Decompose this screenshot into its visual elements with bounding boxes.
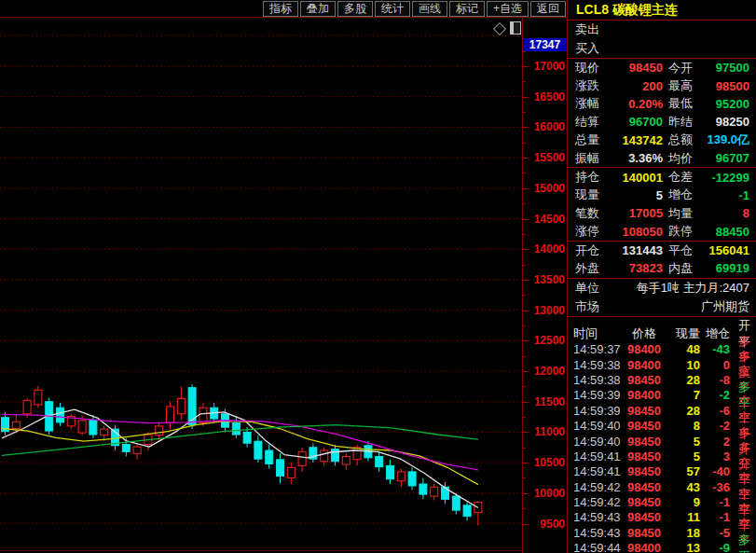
- stat-label: 涨停: [568, 223, 607, 240]
- bid-label: 买入: [568, 40, 609, 57]
- axis-major-tick: [523, 524, 529, 525]
- axis-major-tick: [523, 402, 529, 403]
- stat-value: 95200: [704, 97, 756, 111]
- tick-time: 14:59:42: [568, 480, 622, 494]
- tick-position-delta: 3: [700, 449, 730, 463]
- tick-price: 98450: [622, 449, 667, 463]
- tick-position-delta: -36: [700, 480, 730, 494]
- axis-label-13000: 13000: [526, 304, 565, 317]
- stat-label: 今开: [663, 60, 704, 76]
- kline-chart-area[interactable]: [0, 18, 522, 553]
- stat-label: 内盘: [663, 260, 704, 277]
- toolbar-button-7[interactable]: +自选: [487, 1, 529, 17]
- axis-minor-tick: [523, 356, 526, 357]
- axis-label-16000: 16000: [526, 120, 565, 133]
- toolbar-button-1[interactable]: 指标: [263, 1, 298, 17]
- tick-position-delta: -2: [700, 419, 730, 433]
- stat-value: 73823: [607, 261, 663, 275]
- info-label: 市场: [568, 298, 599, 315]
- stat-value: 156041: [704, 243, 756, 257]
- axis-major-tick: [523, 280, 529, 281]
- toolbar-button-4[interactable]: 统计: [375, 1, 410, 17]
- stat-row-振幅-均价: 振幅3.36%均价96707: [568, 149, 756, 167]
- stat-label: 持仓: [568, 169, 607, 186]
- stat-label: 涨幅: [568, 95, 607, 112]
- axis-label-17000: 17000: [526, 60, 565, 73]
- tick-time: 14:59:39: [568, 388, 622, 402]
- axis-major-tick: [523, 188, 529, 189]
- tick-list-header: 时间价格现量增仓开平: [568, 316, 756, 333]
- tick-volume: 18: [667, 526, 700, 540]
- tick-time: 14:59:42: [568, 495, 622, 509]
- stat-row-持仓-仓差: 持仓140001仓差-12299: [568, 167, 756, 186]
- axis-minor-tick: [523, 265, 526, 266]
- tick-time: 14:59:40: [568, 435, 622, 449]
- ask-row[interactable]: 卖出 98450 2: [568, 21, 756, 39]
- tick-time: 14:59:38: [568, 358, 622, 372]
- stat-label: 增仓: [663, 187, 704, 203]
- stat-label: 总额: [663, 131, 704, 148]
- toolbar-button-3[interactable]: 多股: [337, 1, 373, 17]
- tick-price: 98450: [622, 480, 667, 494]
- stat-value: 139.0亿: [704, 131, 756, 148]
- tick-position-delta: -6: [700, 404, 730, 418]
- stat-label: 均量: [663, 205, 704, 222]
- stat-label: 现量: [568, 187, 607, 203]
- tick-price: 98450: [622, 404, 667, 418]
- axis-label-14500: 14500: [526, 213, 565, 226]
- stat-value: 5: [607, 188, 663, 202]
- quote-panel: LCL8 碳酸锂主连 卖出 98450 2 买入 98400 21 现价9845…: [567, 0, 756, 553]
- stat-value: 200: [607, 79, 663, 93]
- toolbar-button-8[interactable]: 返回: [530, 1, 566, 17]
- toolbar-button-2[interactable]: 叠加: [300, 1, 336, 17]
- axis-minor-tick: [523, 508, 526, 509]
- info-value: 每手1吨 主力月:2407: [637, 280, 756, 297]
- axis-minor-tick: [523, 203, 526, 204]
- toolbar-button-5[interactable]: 画线: [412, 1, 447, 17]
- tick-price: 98450: [622, 510, 667, 524]
- stat-row-总量-总额: 总量143742总额139.0亿: [568, 131, 756, 149]
- axis-major-tick: [523, 127, 529, 128]
- axis-label-14000: 14000: [526, 242, 565, 256]
- axis-label-9500: 9500: [526, 518, 565, 531]
- tick-list: 14:59:379840048-43多平14:59:3898400100多换14…: [568, 333, 756, 546]
- window-bottom-border: [0, 550, 567, 551]
- price-axis: 17347 1700016500160001550015000145001400…: [522, 18, 568, 553]
- axis-label-16500: 16500: [526, 90, 565, 104]
- axis-minor-tick: [523, 417, 526, 418]
- bid-row[interactable]: 买入 98400 21: [568, 39, 756, 58]
- bid-ask-block: 卖出 98450 2 买入 98400 21: [568, 21, 756, 59]
- tick-openclose-flag: 多平: [730, 532, 756, 553]
- axis-label-10000: 10000: [526, 487, 565, 500]
- toolbar-button-6[interactable]: 标记: [449, 1, 485, 17]
- stat-row-外盘-内盘: 外盘73823内盘69919: [568, 259, 756, 277]
- stat-value: 140001: [607, 171, 663, 185]
- tick-volume: 5: [667, 449, 700, 463]
- window-layout-icon[interactable]: [510, 21, 521, 35]
- stat-row-涨跌-最高: 涨跌200最高98500: [568, 76, 756, 94]
- contract-info: 单位每手1吨 主力月:2407市场广州期货: [568, 278, 756, 316]
- tick-header-2: 现量: [667, 325, 700, 342]
- axis-label-15500: 15500: [526, 151, 565, 164]
- tick-header-1: 价格: [622, 325, 667, 342]
- stat-label: 现价: [568, 60, 607, 76]
- axis-label-12000: 12000: [526, 365, 565, 378]
- axis-major-tick: [523, 158, 529, 159]
- axis-major-tick: [523, 432, 529, 433]
- stat-label: 最高: [663, 77, 704, 94]
- tick-position-delta: -2: [700, 388, 730, 402]
- axis-minor-tick: [523, 81, 526, 82]
- toolbar-buttons: 指标叠加多股统计画线标记+自选返回: [263, 1, 566, 17]
- info-label: 单位: [568, 280, 599, 297]
- axis-minor-tick: [523, 325, 526, 326]
- stat-value: -12299: [704, 171, 756, 185]
- tick-time: 14:59:39: [568, 404, 622, 418]
- stat-row-结算-昨结: 结算96700昨结98250: [568, 113, 756, 131]
- stat-value: 96707: [704, 151, 756, 165]
- stat-value: 98250: [704, 115, 756, 129]
- stat-value: 8: [704, 206, 756, 220]
- instrument-title: LCL8 碳酸锂主连: [568, 0, 756, 21]
- stat-row-涨幅-最低: 涨幅0.20%最低95200: [568, 95, 756, 113]
- tick-price: 98450: [622, 495, 667, 509]
- candlestick-chart[interactable]: [0, 18, 522, 553]
